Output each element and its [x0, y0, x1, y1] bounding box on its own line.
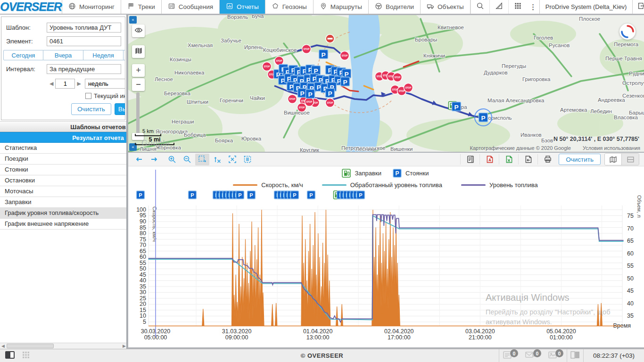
timeline-parking-marker[interactable]: P: [357, 191, 365, 199]
range-week-button[interactable]: Неделя: [83, 50, 124, 60]
stepper-increment[interactable]: ▶: [75, 81, 83, 87]
interval-unit-input[interactable]: [85, 79, 125, 89]
stop-marker[interactable]: STOP: [288, 95, 297, 104]
print-button[interactable]: [541, 154, 555, 165]
stop-marker[interactable]: STOP: [297, 103, 306, 112]
report-section-item[interactable]: График внешнее напряжение: [0, 219, 127, 230]
terms-link[interactable]: Условия использования: [583, 145, 640, 151]
export-file-button[interactable]: [521, 154, 536, 165]
fuel-speed-chart[interactable]: 5101520253035404550556065707580859095100…: [128, 166, 644, 347]
scroll-right-arrow[interactable]: ▶: [121, 343, 127, 349]
messages-counter[interactable]: 0: [525, 351, 541, 361]
clear-form-button[interactable]: Очистить: [71, 103, 111, 115]
toggle-map-view[interactable]: [605, 154, 622, 165]
tab-messages[interactable]: Сообщения: [162, 0, 220, 14]
map-town-label: Николаевка: [174, 70, 205, 75]
tab-drivers[interactable]: Водители: [369, 0, 421, 14]
export-excel-button[interactable]: [502, 154, 516, 165]
map-panel[interactable]: ВорзельБучаКозинцыИрпеньХмельнаяЗабучьеК…: [128, 15, 644, 152]
template-input[interactable]: [47, 23, 121, 33]
parking-marker[interactable]: P: [298, 89, 307, 98]
element-input[interactable]: [47, 36, 121, 46]
run-report-button[interactable]: Выполнить: [115, 103, 125, 115]
parking-marker[interactable]: P: [326, 89, 335, 98]
timeline-parking-marker[interactable]: P: [248, 191, 256, 199]
search-button[interactable]: [471, 0, 489, 14]
clear-chart-button[interactable]: Очистить: [559, 154, 601, 165]
report-section-item[interactable]: График уровня топлива/скорость: [0, 208, 127, 219]
toggle-sidebar-button[interactable]: [2, 350, 18, 362]
logout-button[interactable]: [632, 0, 644, 14]
range-today-button[interactable]: Сегодня: [3, 50, 43, 60]
timeline-parking-marker[interactable]: P: [189, 191, 197, 199]
tab-geozones[interactable]: Геозоны: [265, 0, 314, 14]
result-section-header[interactable]: Результат отчета: [0, 132, 127, 143]
toggle-split-view[interactable]: [622, 154, 639, 165]
layers-button[interactable]: [132, 45, 145, 58]
chart-x-scale-button[interactable]: [210, 154, 224, 165]
stop-marker[interactable]: STOP: [263, 62, 272, 71]
templates-section-header[interactable]: Шаблоны отчетов: [0, 121, 127, 132]
tab-reports[interactable]: Отчеты: [220, 0, 265, 14]
truck-icon: [427, 2, 434, 11]
parking-marker[interactable]: P: [341, 77, 350, 86]
report-section-item[interactable]: Статистика: [0, 143, 127, 154]
reports-counter[interactable]: 0: [503, 351, 518, 361]
scrollbar-thumb[interactable]: [7, 344, 54, 348]
media-counter[interactable]: 0: [548, 351, 563, 361]
export-pdf-button[interactable]: [483, 154, 497, 165]
zoom-in-button[interactable]: +: [132, 64, 145, 77]
tab-objects[interactable]: Объекты: [421, 0, 471, 14]
timeline-parking-marker[interactable]: P: [307, 191, 315, 199]
chart-fit-button[interactable]: [225, 154, 239, 165]
collapse-panel-top-button[interactable]: «: [129, 16, 137, 24]
range-yesterday-button[interactable]: Вчера: [43, 50, 83, 60]
interval-mode-input[interactable]: [47, 64, 121, 74]
timeline-parking-marker[interactable]: P: [291, 191, 299, 199]
current-interval-checkbox[interactable]: [85, 93, 91, 99]
visibility-button[interactable]: [132, 25, 145, 37]
scroll-left-arrow[interactable]: ◀: [0, 343, 6, 349]
journal-button[interactable]: [567, 350, 583, 362]
apps-button[interactable]: [508, 0, 527, 14]
report-section-item[interactable]: Стоянки: [0, 165, 127, 175]
stop-marker[interactable]: STOP: [404, 83, 413, 92]
stop-marker[interactable]: STOP: [275, 57, 284, 66]
tab-monitoring[interactable]: Мониторинг: [62, 0, 121, 14]
tab-routes[interactable]: Маршруты: [314, 0, 369, 14]
sidebar-horizontal-scrollbar[interactable]: ◀ ▶: [0, 343, 127, 349]
map-canvas[interactable]: ВорзельБучаКозинцыИрпеньХмельнаяЗабучьеК…: [128, 15, 644, 152]
chart-marquee-zoom-button[interactable]: [195, 154, 209, 165]
report-view-button[interactable]: [463, 154, 478, 165]
report-section-item[interactable]: Поездки: [0, 154, 127, 165]
stop-marker[interactable]: STOP: [393, 73, 402, 82]
grid-view-button[interactable]: [18, 350, 34, 362]
zoom-out-button[interactable]: −: [132, 78, 145, 91]
chart-legend-button[interactable]: [240, 154, 255, 165]
timeline-parking-marker[interactable]: P: [236, 191, 244, 199]
stop-marker[interactable]: STOP: [326, 99, 335, 107]
chart-zoom-in-button[interactable]: [165, 154, 179, 165]
account-selector[interactable]: ProDrive System (Delta_Kiev): [539, 0, 633, 14]
stop-marker[interactable]: STOP: [305, 98, 314, 107]
parking-marker[interactable]: P: [306, 90, 315, 99]
stop-marker[interactable]: STOP: [302, 45, 311, 54]
chart-forward-button[interactable]: [147, 154, 161, 165]
measure-button[interactable]: [489, 0, 508, 14]
dots-grid-icon: [22, 351, 30, 361]
report-section-item[interactable]: Заправки: [0, 197, 127, 208]
tab-tracks[interactable]: Треки: [121, 0, 162, 14]
chart-back-button[interactable]: [132, 154, 146, 165]
range-month-button[interactable]: Месяц: [124, 50, 125, 60]
interval-count-input[interactable]: [55, 79, 75, 89]
parking-marker[interactable]: P: [319, 50, 328, 59]
report-section-item[interactable]: Остановки: [0, 175, 127, 186]
stepper-decrement[interactable]: ◀: [48, 81, 55, 87]
report-section-item[interactable]: Моточасы: [0, 186, 127, 197]
parking-marker[interactable]: P: [452, 102, 461, 111]
chart-zoom-out-button[interactable]: [180, 154, 194, 165]
parking-marker[interactable]: P: [312, 66, 321, 75]
more-menu-button[interactable]: ⋮: [527, 0, 539, 14]
timeline-parking-marker[interactable]: P: [137, 191, 145, 199]
stop-marker[interactable]: STOP: [340, 51, 349, 60]
